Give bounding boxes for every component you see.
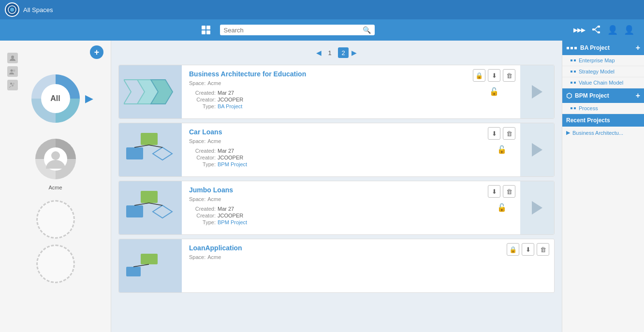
- delete-action-btn-car[interactable]: 🗑: [503, 127, 515, 140]
- ba-item-icon3: [570, 82, 576, 84]
- bpm-item-icon: [570, 107, 576, 109]
- user-icon-2: [7, 66, 18, 77]
- recent-projects-header: Recent Projects: [562, 114, 644, 127]
- add-space-button[interactable]: +: [90, 45, 103, 59]
- app-title: All Spaces: [23, 6, 53, 14]
- svg-line-5: [595, 27, 598, 29]
- svg-rect-27: [126, 205, 143, 217]
- bpm-project-title: BPM Project: [575, 92, 609, 99]
- acme-circle[interactable]: [34, 137, 77, 181]
- bpm-project-header-left: ⬡ BPM Project: [566, 92, 609, 100]
- recent-item-1[interactable]: ▶ Business Architectu...: [562, 127, 644, 139]
- gear-circles: [36, 200, 75, 283]
- next-page-button[interactable]: ▶: [351, 49, 357, 57]
- ba-strategy-model-label: Strategy Model: [579, 69, 615, 74]
- delete-action-btn[interactable]: 🗑: [503, 69, 515, 82]
- card-title-car[interactable]: Car Loans: [189, 128, 476, 136]
- svg-rect-26: [141, 191, 158, 203]
- card-thumbnail-ba: [119, 65, 182, 118]
- user-icon-1: [7, 53, 18, 63]
- nav-network-icon[interactable]: [591, 24, 601, 36]
- unlocked-icon-car: 🔓: [497, 145, 507, 154]
- card-actions-loan: 🔒 ⬇ 🗑: [502, 239, 554, 292]
- download-action-btn[interactable]: ⬇: [488, 69, 500, 82]
- svg-point-12: [12, 85, 14, 87]
- play-icon-car: [532, 143, 542, 157]
- svg-line-30: [149, 203, 162, 205]
- prev-page-button[interactable]: ◀: [316, 49, 322, 57]
- nav-person-icon[interactable]: 👤: [607, 25, 618, 35]
- top-bar: All Spaces: [0, 0, 644, 19]
- download-action-btn-car[interactable]: ⬇: [488, 127, 500, 140]
- all-arrow-icon: ▶: [85, 92, 93, 105]
- card-thumbnail-loan: [119, 239, 182, 292]
- svg-marker-28: [153, 205, 172, 218]
- all-label: All: [50, 94, 60, 103]
- search-icon[interactable]: 🔍: [363, 26, 371, 34]
- recent-item-arrow: ▶: [566, 130, 570, 136]
- svg-rect-2: [592, 29, 595, 30]
- delete-action-btn-jumbo[interactable]: 🗑: [503, 185, 515, 198]
- ba-icon: [566, 47, 577, 49]
- bpm-add-button[interactable]: +: [636, 91, 640, 100]
- card-actions-jumbo: ⬇ 🗑 🔓: [483, 181, 520, 234]
- card-body-ba: Business Architecture for Education Spac…: [182, 65, 468, 118]
- unlocked-icon-jumbo: 🔓: [497, 203, 507, 212]
- ba-item-icon2: [570, 71, 576, 72]
- app-logo: [5, 2, 19, 17]
- card-play-car[interactable]: [520, 123, 554, 176]
- svg-point-7: [11, 56, 14, 58]
- play-icon: [532, 85, 542, 99]
- all-spaces-circle[interactable]: All ▶: [27, 70, 85, 128]
- project-card-car-loans: Car Loans Space:Acme Created: Mar 27 Cre…: [118, 123, 555, 177]
- card-play-ba[interactable]: [520, 65, 554, 118]
- pagination: ◀ 1 2 ▶: [118, 45, 555, 60]
- card-body-car: Car Loans Space:Acme Created: Mar 27 Cre…: [182, 123, 483, 176]
- card-title-ba[interactable]: Business Architecture for Education: [189, 70, 461, 78]
- apps-grid-icon[interactable]: [202, 26, 210, 34]
- search-input[interactable]: [224, 27, 363, 34]
- lock-action-btn-loan[interactable]: 🔒: [507, 243, 519, 256]
- card-play-jumbo[interactable]: [520, 181, 554, 234]
- nav-arrows-icon[interactable]: ▶▶▶: [573, 27, 585, 33]
- nav-bar: 🔍 ▶▶▶ 👤 👤: [0, 19, 644, 41]
- lock-action-btn[interactable]: 🔒: [473, 69, 485, 82]
- search-container: 🔍: [220, 25, 375, 35]
- action-row-car: ⬇ 🗑: [488, 127, 515, 140]
- card-space-ba: Space:Acme: [189, 80, 461, 86]
- ba-value-chain-model[interactable]: Value Chain Model: [562, 77, 644, 88]
- bpm-process-item[interactable]: Process: [562, 103, 644, 114]
- ba-item-icon: [570, 59, 576, 61]
- unlocked-icon: 🔓: [489, 87, 499, 96]
- card-meta-ba: Created: Mar 27 Creator: JCOOPER Type: B…: [189, 90, 461, 109]
- download-action-btn-jumbo[interactable]: ⬇: [488, 185, 500, 198]
- bpm-project-header: ⬡ BPM Project +: [562, 88, 644, 103]
- ba-strategy-model[interactable]: Strategy Model: [562, 66, 644, 77]
- card-title-jumbo[interactable]: Jumbo Loans: [189, 186, 476, 194]
- content-area: ◀ 1 2 ▶ Business Architecture for Educat…: [111, 41, 562, 332]
- card-space-loan: Space:Acme: [189, 254, 495, 260]
- card-meta-car: Created: Mar 27 Creator: JCOOPER Type: B…: [189, 148, 476, 167]
- svg-line-25: [149, 145, 162, 147]
- ba-enterprise-map[interactable]: Enterprise Map: [562, 55, 644, 66]
- svg-line-6: [595, 29, 598, 32]
- card-body-jumbo: Jumbo Loans Space:Acme Created: Mar 27 C…: [182, 181, 483, 234]
- page-1-button[interactable]: 1: [324, 47, 335, 58]
- svg-point-9: [13, 70, 15, 72]
- card-title-loan[interactable]: LoanApplication: [189, 244, 495, 252]
- ba-add-button[interactable]: +: [636, 43, 640, 52]
- download-action-btn-loan[interactable]: ⬇: [522, 243, 534, 256]
- ba-value-chain-label: Value Chain Model: [579, 80, 623, 86]
- card-actions-ba: 🔒 ⬇ 🗑 🔓: [468, 65, 520, 118]
- nav-person2-icon[interactable]: 👤: [624, 25, 634, 35]
- svg-rect-32: [126, 267, 141, 276]
- svg-line-33: [133, 264, 149, 267]
- svg-rect-31: [141, 254, 158, 264]
- project-card-ba-education: Business Architecture for Education Spac…: [118, 65, 555, 119]
- card-body-loan: LoanApplication Space:Acme: [182, 239, 502, 292]
- delete-action-btn-loan[interactable]: 🗑: [537, 243, 549, 256]
- page-2-button[interactable]: 2: [338, 47, 349, 58]
- gear-circle-1: [36, 200, 75, 239]
- svg-point-10: [10, 83, 12, 85]
- acme-section[interactable]: Acme: [34, 137, 77, 190]
